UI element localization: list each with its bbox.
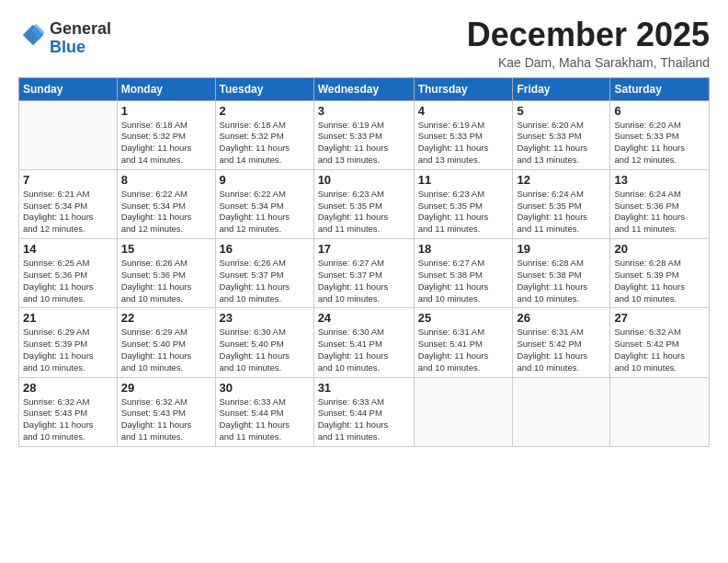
day-cell: 28Sunrise: 6:32 AM Sunset: 5:43 PM Dayli… [19,377,118,446]
day-info: Sunrise: 6:28 AM Sunset: 5:39 PM Dayligh… [614,258,705,304]
day-cell: 23Sunrise: 6:30 AM Sunset: 5:40 PM Dayli… [215,308,313,377]
day-info: Sunrise: 6:18 AM Sunset: 5:32 PM Dayligh… [220,120,310,167]
day-info: Sunrise: 6:22 AM Sunset: 5:34 PM Dayligh… [220,189,310,236]
logo-icon [20,22,46,48]
day-number: 11 [418,173,509,187]
day-cell: 26Sunrise: 6:31 AM Sunset: 5:42 PM Dayli… [513,308,610,377]
day-info: Sunrise: 6:25 AM Sunset: 5:36 PM Dayligh… [23,258,113,304]
day-cell: 1Sunrise: 6:18 AM Sunset: 5:32 PM Daylig… [117,100,215,169]
day-cell: 5Sunrise: 6:20 AM Sunset: 5:33 PM Daylig… [513,100,610,169]
col-header-friday: Friday [513,77,610,100]
day-info: Sunrise: 6:29 AM Sunset: 5:39 PM Dayligh… [23,327,113,373]
day-cell [414,377,513,446]
day-number: 26 [517,311,606,325]
day-cell: 18Sunrise: 6:27 AM Sunset: 5:38 PM Dayli… [414,239,513,308]
day-number: 23 [220,311,310,325]
day-cell: 24Sunrise: 6:30 AM Sunset: 5:41 PM Dayli… [313,308,414,377]
day-number: 18 [418,242,509,256]
day-info: Sunrise: 6:22 AM Sunset: 5:34 PM Dayligh… [121,189,211,236]
day-cell: 2Sunrise: 6:18 AM Sunset: 5:32 PM Daylig… [215,100,313,169]
day-info: Sunrise: 6:32 AM Sunset: 5:43 PM Dayligh… [23,396,113,443]
day-number: 20 [614,242,705,256]
day-number: 22 [121,311,211,325]
day-cell: 15Sunrise: 6:26 AM Sunset: 5:36 PM Dayli… [117,239,215,308]
day-number: 8 [121,173,211,187]
day-info: Sunrise: 6:31 AM Sunset: 5:41 PM Dayligh… [418,327,509,373]
day-number: 3 [318,104,410,118]
week-row-3: 14Sunrise: 6:25 AM Sunset: 5:36 PM Dayli… [19,239,710,308]
col-header-wednesday: Wednesday [313,77,414,100]
day-cell: 11Sunrise: 6:23 AM Sunset: 5:35 PM Dayli… [414,169,513,238]
day-info: Sunrise: 6:24 AM Sunset: 5:35 PM Dayligh… [517,189,606,236]
day-cell: 4Sunrise: 6:19 AM Sunset: 5:33 PM Daylig… [414,100,513,169]
day-cell: 21Sunrise: 6:29 AM Sunset: 5:39 PM Dayli… [19,308,118,377]
day-cell: 13Sunrise: 6:24 AM Sunset: 5:36 PM Dayli… [610,169,710,238]
day-info: Sunrise: 6:19 AM Sunset: 5:33 PM Dayligh… [318,120,410,167]
logo-text: General Blue [50,20,111,57]
day-cell: 25Sunrise: 6:31 AM Sunset: 5:41 PM Dayli… [414,308,513,377]
day-cell: 17Sunrise: 6:27 AM Sunset: 5:37 PM Dayli… [313,239,414,308]
logo-general: General [50,19,111,38]
day-number: 2 [220,104,310,118]
day-cell: 8Sunrise: 6:22 AM Sunset: 5:34 PM Daylig… [117,169,215,238]
day-cell: 22Sunrise: 6:29 AM Sunset: 5:40 PM Dayli… [117,308,215,377]
day-info: Sunrise: 6:20 AM Sunset: 5:33 PM Dayligh… [614,120,705,167]
day-info: Sunrise: 6:23 AM Sunset: 5:35 PM Dayligh… [418,189,509,236]
week-row-2: 7Sunrise: 6:21 AM Sunset: 5:34 PM Daylig… [19,169,710,238]
day-cell: 6Sunrise: 6:20 AM Sunset: 5:33 PM Daylig… [610,100,710,169]
col-header-tuesday: Tuesday [215,77,313,100]
day-cell [513,377,610,446]
day-number: 5 [517,104,606,118]
day-info: Sunrise: 6:26 AM Sunset: 5:37 PM Dayligh… [220,258,310,304]
day-info: Sunrise: 6:21 AM Sunset: 5:34 PM Dayligh… [23,189,113,236]
day-cell: 9Sunrise: 6:22 AM Sunset: 5:34 PM Daylig… [215,169,313,238]
page: General Blue December 2025 Kae Dam, Maha… [0,0,728,456]
day-info: Sunrise: 6:30 AM Sunset: 5:41 PM Dayligh… [318,327,410,373]
day-cell: 31Sunrise: 6:33 AM Sunset: 5:44 PM Dayli… [313,377,414,446]
day-info: Sunrise: 6:28 AM Sunset: 5:38 PM Dayligh… [517,258,606,304]
col-header-thursday: Thursday [414,77,513,100]
day-number: 7 [23,173,113,187]
day-cell [610,377,710,446]
day-cell: 27Sunrise: 6:32 AM Sunset: 5:42 PM Dayli… [610,308,710,377]
day-info: Sunrise: 6:33 AM Sunset: 5:44 PM Dayligh… [220,396,310,443]
logo-blue: Blue [50,38,85,56]
day-number: 14 [23,242,113,256]
title-block: December 2025 Kae Dam, Maha Sarakham, Th… [467,17,710,70]
day-number: 16 [220,242,310,256]
day-info: Sunrise: 6:32 AM Sunset: 5:43 PM Dayligh… [121,396,211,443]
month-title: December 2025 [467,17,710,53]
day-cell: 30Sunrise: 6:33 AM Sunset: 5:44 PM Dayli… [215,377,313,446]
day-info: Sunrise: 6:30 AM Sunset: 5:40 PM Dayligh… [220,327,310,373]
day-info: Sunrise: 6:18 AM Sunset: 5:32 PM Dayligh… [121,120,211,167]
day-info: Sunrise: 6:31 AM Sunset: 5:42 PM Dayligh… [517,327,606,373]
day-info: Sunrise: 6:26 AM Sunset: 5:36 PM Dayligh… [121,258,211,304]
day-cell: 16Sunrise: 6:26 AM Sunset: 5:37 PM Dayli… [215,239,313,308]
day-cell: 3Sunrise: 6:19 AM Sunset: 5:33 PM Daylig… [313,100,414,169]
day-number: 31 [318,381,410,395]
day-info: Sunrise: 6:33 AM Sunset: 5:44 PM Dayligh… [318,396,410,443]
day-number: 28 [23,381,113,395]
day-cell: 14Sunrise: 6:25 AM Sunset: 5:36 PM Dayli… [19,239,118,308]
day-info: Sunrise: 6:32 AM Sunset: 5:42 PM Dayligh… [614,327,705,373]
col-header-saturday: Saturday [610,77,710,100]
day-number: 27 [614,311,705,325]
day-number: 9 [220,173,310,187]
header-row: SundayMondayTuesdayWednesdayThursdayFrid… [19,77,710,100]
col-header-monday: Monday [117,77,215,100]
day-cell: 10Sunrise: 6:23 AM Sunset: 5:35 PM Dayli… [313,169,414,238]
day-info: Sunrise: 6:27 AM Sunset: 5:37 PM Dayligh… [318,258,410,304]
logo: General Blue [18,20,111,57]
day-info: Sunrise: 6:20 AM Sunset: 5:33 PM Dayligh… [517,120,606,167]
day-info: Sunrise: 6:19 AM Sunset: 5:33 PM Dayligh… [418,120,509,167]
week-row-4: 21Sunrise: 6:29 AM Sunset: 5:39 PM Dayli… [19,308,710,377]
day-info: Sunrise: 6:24 AM Sunset: 5:36 PM Dayligh… [614,189,705,236]
subtitle: Kae Dam, Maha Sarakham, Thailand [467,55,710,70]
day-number: 12 [517,173,606,187]
day-number: 15 [121,242,211,256]
calendar: SundayMondayTuesdayWednesdayThursdayFrid… [18,77,710,447]
day-number: 19 [517,242,606,256]
week-row-5: 28Sunrise: 6:32 AM Sunset: 5:43 PM Dayli… [19,377,710,446]
day-number: 30 [220,381,310,395]
day-cell: 29Sunrise: 6:32 AM Sunset: 5:43 PM Dayli… [117,377,215,446]
